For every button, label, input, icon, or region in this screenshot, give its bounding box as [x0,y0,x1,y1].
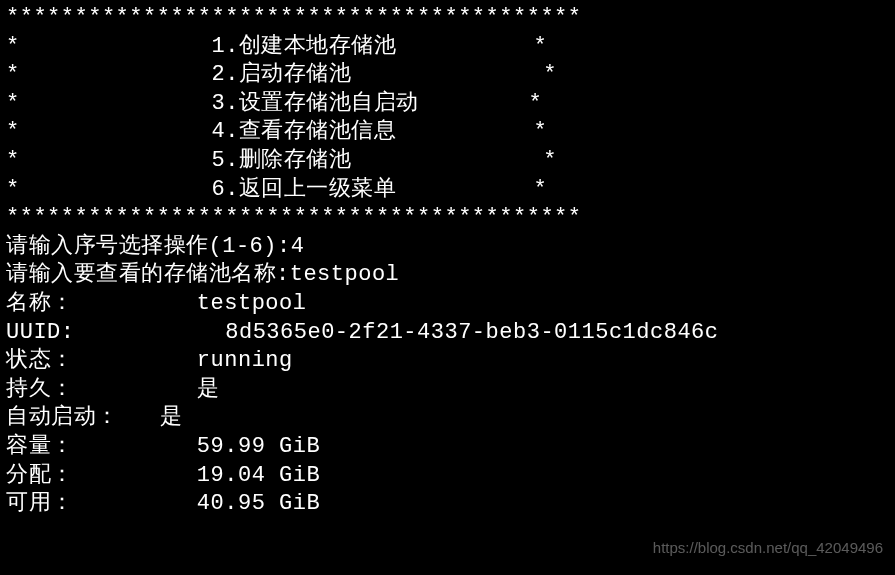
watermark: https://blog.csdn.net/qq_42049496 [653,538,883,558]
prompt-select-operation: 请输入序号选择操作(1-6):4 [6,233,889,262]
menu-item-6: * 6.返回上一级菜单 * [6,176,889,205]
info-allocated: 分配： 19.04 GiB [6,462,889,491]
prompt-pool-name: 请输入要查看的存储池名称:testpool [6,261,889,290]
info-state: 状态： running [6,347,889,376]
border-top: ****************************************… [6,4,889,33]
info-uuid: UUID: 8d5365e0-2f21-4337-beb3-0115c1dc84… [6,319,889,348]
info-available: 可用： 40.95 GiB [6,490,889,519]
border-bottom: ****************************************… [6,204,889,233]
info-autostart: 自动启动： 是 [6,404,889,433]
info-persistent: 持久： 是 [6,376,889,405]
info-name: 名称： testpool [6,290,889,319]
menu-item-5: * 5.删除存储池 * [6,147,889,176]
input-operation-value[interactable]: 4 [291,234,305,259]
input-pool-name-value[interactable]: testpool [290,262,400,287]
menu-item-2: * 2.启动存储池 * [6,61,889,90]
menu-item-3: * 3.设置存储池自启动 * [6,90,889,119]
menu-item-1: * 1.创建本地存储池 * [6,33,889,62]
menu-item-4: * 4.查看存储池信息 * [6,118,889,147]
info-capacity: 容量： 59.99 GiB [6,433,889,462]
